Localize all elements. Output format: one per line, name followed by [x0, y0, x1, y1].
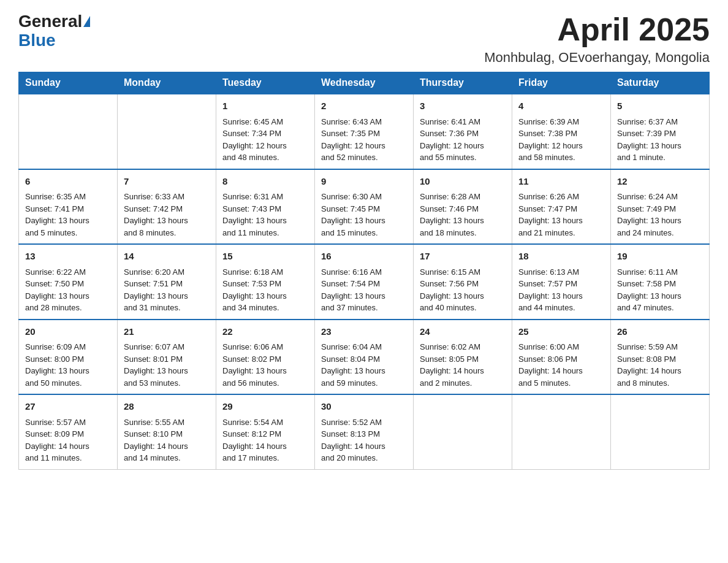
day-cell: 19Sunrise: 6:11 AM Sunset: 7:58 PM Dayli… — [611, 244, 710, 320]
day-cell: 29Sunrise: 5:54 AM Sunset: 8:12 PM Dayli… — [216, 394, 315, 469]
day-info: Sunrise: 6:26 AM Sunset: 7:47 PM Dayligh… — [518, 191, 604, 239]
day-number: 26 — [617, 325, 703, 339]
day-info: Sunrise: 6:13 AM Sunset: 7:57 PM Dayligh… — [518, 266, 604, 314]
header-cell-tuesday: Tuesday — [216, 72, 315, 94]
day-number: 2 — [321, 99, 407, 113]
header-row: SundayMondayTuesdayWednesdayThursdayFrid… — [19, 72, 710, 94]
day-info: Sunrise: 6:45 AM Sunset: 7:34 PM Dayligh… — [222, 116, 308, 164]
day-cell: 13Sunrise: 6:22 AM Sunset: 7:50 PM Dayli… — [19, 244, 118, 320]
day-cell: 26Sunrise: 5:59 AM Sunset: 8:08 PM Dayli… — [611, 320, 710, 395]
day-number: 23 — [321, 325, 407, 339]
day-cell: 25Sunrise: 6:00 AM Sunset: 8:06 PM Dayli… — [512, 320, 611, 395]
day-cell: 9Sunrise: 6:30 AM Sunset: 7:45 PM Daylig… — [315, 169, 414, 245]
day-cell: 16Sunrise: 6:16 AM Sunset: 7:54 PM Dayli… — [315, 244, 414, 320]
day-number: 22 — [222, 325, 308, 339]
day-info: Sunrise: 6:43 AM Sunset: 7:35 PM Dayligh… — [321, 116, 407, 164]
day-cell — [611, 394, 710, 469]
header-cell-wednesday: Wednesday — [315, 72, 414, 94]
day-cell: 24Sunrise: 6:02 AM Sunset: 8:05 PM Dayli… — [414, 320, 512, 395]
day-number: 10 — [420, 175, 506, 189]
day-cell: 27Sunrise: 5:57 AM Sunset: 8:09 PM Dayli… — [19, 394, 118, 469]
day-info: Sunrise: 6:33 AM Sunset: 7:42 PM Dayligh… — [124, 191, 210, 239]
day-info: Sunrise: 6:15 AM Sunset: 7:56 PM Dayligh… — [420, 266, 506, 314]
header-cell-friday: Friday — [512, 72, 611, 94]
day-number: 9 — [321, 175, 407, 189]
day-info: Sunrise: 5:54 AM Sunset: 8:12 PM Dayligh… — [222, 416, 308, 464]
day-cell: 28Sunrise: 5:55 AM Sunset: 8:10 PM Dayli… — [118, 394, 216, 469]
day-info: Sunrise: 6:11 AM Sunset: 7:58 PM Dayligh… — [617, 266, 703, 314]
day-number: 8 — [222, 175, 308, 189]
day-cell: 12Sunrise: 6:24 AM Sunset: 7:49 PM Dayli… — [611, 169, 710, 245]
week-row-2: 6Sunrise: 6:35 AM Sunset: 7:41 PM Daylig… — [19, 169, 710, 245]
day-info: Sunrise: 6:28 AM Sunset: 7:46 PM Dayligh… — [420, 191, 506, 239]
week-row-3: 13Sunrise: 6:22 AM Sunset: 7:50 PM Dayli… — [19, 244, 710, 320]
logo-general: General — [18, 12, 82, 31]
day-info: Sunrise: 5:52 AM Sunset: 8:13 PM Dayligh… — [321, 416, 407, 464]
day-number: 19 — [617, 250, 703, 264]
day-cell: 8Sunrise: 6:31 AM Sunset: 7:43 PM Daylig… — [216, 169, 315, 245]
subtitle: Monhbulag, OEvoerhangay, Mongolia — [484, 50, 710, 66]
day-info: Sunrise: 6:00 AM Sunset: 8:06 PM Dayligh… — [518, 341, 604, 389]
day-info: Sunrise: 6:06 AM Sunset: 8:02 PM Dayligh… — [222, 341, 308, 389]
day-cell: 30Sunrise: 5:52 AM Sunset: 8:13 PM Dayli… — [315, 394, 414, 469]
week-row-5: 27Sunrise: 5:57 AM Sunset: 8:09 PM Dayli… — [19, 394, 710, 469]
day-number: 5 — [617, 99, 703, 113]
day-info: Sunrise: 6:09 AM Sunset: 8:00 PM Dayligh… — [25, 341, 111, 389]
day-cell — [118, 94, 216, 169]
week-row-4: 20Sunrise: 6:09 AM Sunset: 8:00 PM Dayli… — [19, 320, 710, 395]
day-number: 30 — [321, 400, 407, 414]
day-number: 20 — [25, 325, 111, 339]
main-title: April 2025 — [484, 12, 710, 47]
day-number: 29 — [222, 400, 308, 414]
day-info: Sunrise: 6:39 AM Sunset: 7:38 PM Dayligh… — [518, 116, 604, 164]
week-row-1: 1Sunrise: 6:45 AM Sunset: 7:34 PM Daylig… — [19, 94, 710, 169]
day-info: Sunrise: 6:04 AM Sunset: 8:04 PM Dayligh… — [321, 341, 407, 389]
day-cell: 21Sunrise: 6:07 AM Sunset: 8:01 PM Dayli… — [118, 320, 216, 395]
day-info: Sunrise: 6:18 AM Sunset: 7:53 PM Dayligh… — [222, 266, 308, 314]
day-number: 16 — [321, 250, 407, 264]
day-cell — [19, 94, 118, 169]
day-info: Sunrise: 5:59 AM Sunset: 8:08 PM Dayligh… — [617, 341, 703, 389]
day-cell: 15Sunrise: 6:18 AM Sunset: 7:53 PM Dayli… — [216, 244, 315, 320]
day-cell: 1Sunrise: 6:45 AM Sunset: 7:34 PM Daylig… — [216, 94, 315, 169]
header-cell-monday: Monday — [118, 72, 216, 94]
header-cell-saturday: Saturday — [611, 72, 710, 94]
day-number: 3 — [420, 99, 506, 113]
calendar-header: SundayMondayTuesdayWednesdayThursdayFrid… — [19, 72, 710, 94]
day-cell: 17Sunrise: 6:15 AM Sunset: 7:56 PM Dayli… — [414, 244, 512, 320]
day-cell: 18Sunrise: 6:13 AM Sunset: 7:57 PM Dayli… — [512, 244, 611, 320]
day-info: Sunrise: 6:41 AM Sunset: 7:36 PM Dayligh… — [420, 116, 506, 164]
day-number: 6 — [25, 175, 111, 189]
header-cell-sunday: Sunday — [19, 72, 118, 94]
day-cell: 20Sunrise: 6:09 AM Sunset: 8:00 PM Dayli… — [19, 320, 118, 395]
title-block: April 2025 Monhbulag, OEvoerhangay, Mong… — [484, 12, 710, 66]
day-number: 12 — [617, 175, 703, 189]
day-cell: 23Sunrise: 6:04 AM Sunset: 8:04 PM Dayli… — [315, 320, 414, 395]
day-number: 13 — [25, 250, 111, 264]
day-number: 14 — [124, 250, 210, 264]
day-cell: 5Sunrise: 6:37 AM Sunset: 7:39 PM Daylig… — [611, 94, 710, 169]
day-number: 18 — [518, 250, 604, 264]
page-header: General Blue April 2025 Monhbulag, OEvoe… — [18, 12, 710, 66]
day-number: 15 — [222, 250, 308, 264]
day-cell: 10Sunrise: 6:28 AM Sunset: 7:46 PM Dayli… — [414, 169, 512, 245]
day-cell: 7Sunrise: 6:33 AM Sunset: 7:42 PM Daylig… — [118, 169, 216, 245]
day-cell: 3Sunrise: 6:41 AM Sunset: 7:36 PM Daylig… — [414, 94, 512, 169]
day-number: 24 — [420, 325, 506, 339]
day-info: Sunrise: 6:07 AM Sunset: 8:01 PM Dayligh… — [124, 341, 210, 389]
day-info: Sunrise: 5:57 AM Sunset: 8:09 PM Dayligh… — [25, 416, 111, 464]
day-cell — [512, 394, 611, 469]
day-info: Sunrise: 6:24 AM Sunset: 7:49 PM Dayligh… — [617, 191, 703, 239]
day-info: Sunrise: 6:31 AM Sunset: 7:43 PM Dayligh… — [222, 191, 308, 239]
day-info: Sunrise: 6:30 AM Sunset: 7:45 PM Dayligh… — [321, 191, 407, 239]
day-number: 21 — [124, 325, 210, 339]
day-cell — [414, 394, 512, 469]
day-cell: 22Sunrise: 6:06 AM Sunset: 8:02 PM Dayli… — [216, 320, 315, 395]
day-info: Sunrise: 5:55 AM Sunset: 8:10 PM Dayligh… — [124, 416, 210, 464]
day-number: 7 — [124, 175, 210, 189]
calendar-body: 1Sunrise: 6:45 AM Sunset: 7:34 PM Daylig… — [19, 94, 710, 469]
day-cell: 6Sunrise: 6:35 AM Sunset: 7:41 PM Daylig… — [19, 169, 118, 245]
day-info: Sunrise: 6:22 AM Sunset: 7:50 PM Dayligh… — [25, 266, 111, 314]
day-number: 25 — [518, 325, 604, 339]
day-info: Sunrise: 6:35 AM Sunset: 7:41 PM Dayligh… — [25, 191, 111, 239]
